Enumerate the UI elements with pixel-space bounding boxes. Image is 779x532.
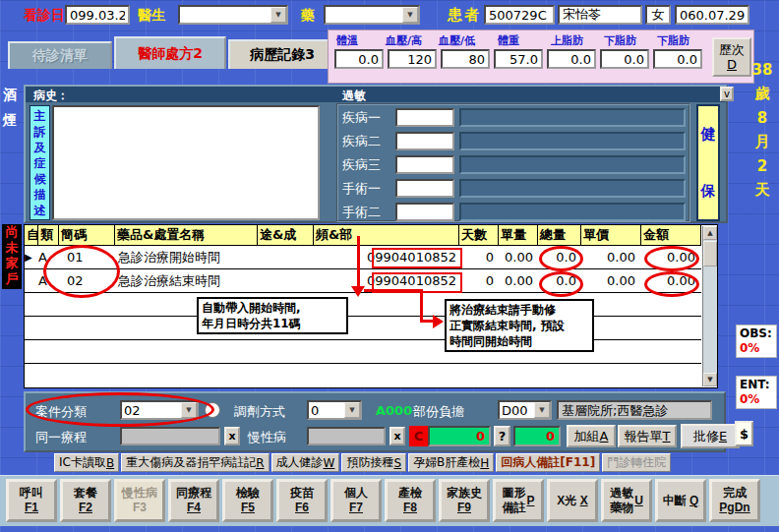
graphic-memo-button-p[interactable]: 圖形備註P	[493, 479, 544, 522]
report-sheet-button[interactable]: 報告單T	[618, 425, 677, 447]
disease1-desc-field[interactable]	[459, 108, 686, 127]
history-records-button[interactable]: 歷次 D	[712, 37, 751, 77]
ic-card-read-link[interactable]: IC卡讀取 B	[54, 453, 119, 472]
disease2-code-input[interactable]	[395, 132, 454, 150]
case-code-value: A000	[376, 403, 412, 418]
interrupt-button-q[interactable]: 中斷 Q	[655, 479, 706, 522]
question-button[interactable]: ?	[494, 426, 510, 446]
drug-combo[interactable]: ▼	[324, 5, 420, 25]
collapse-button[interactable]: v	[720, 87, 734, 101]
scroll-up-icon[interactable]: ▲	[703, 226, 717, 240]
disease3-desc-field[interactable]	[459, 155, 686, 174]
weight-field[interactable]	[494, 49, 543, 69]
dispense-method-input[interactable]	[309, 402, 344, 418]
prenatal-button-f8[interactable]: 產檢F8	[385, 479, 436, 522]
disease1-code-input[interactable]	[395, 108, 454, 127]
drug-label: 藥	[301, 7, 315, 25]
billing-edit-button[interactable]: 批修E	[681, 424, 740, 448]
patient-birthdate-field[interactable]	[675, 5, 749, 25]
dispense-method-combo[interactable]: ▼	[307, 400, 362, 420]
lower-lipid2-field[interactable]	[653, 49, 702, 69]
chief-complaint-textarea[interactable]	[52, 105, 320, 220]
vaccine-button-f6[interactable]: 疫苗F6	[276, 479, 328, 522]
disease2-desc-field[interactable]	[459, 132, 686, 150]
personal-button-f7[interactable]: 個人F7	[330, 479, 382, 522]
xray-button-x[interactable]: X光 X	[547, 479, 598, 522]
vitals-label: 血壓/高	[386, 33, 422, 48]
row-marker-icon: ▶	[25, 246, 38, 268]
order-row-empty[interactable]	[25, 340, 701, 364]
temperature-field[interactable]	[334, 49, 384, 69]
chronic-field[interactable]	[307, 427, 386, 445]
patient-label: 患者	[448, 6, 481, 25]
doctor-combo[interactable]: ▼	[178, 5, 288, 25]
dropdown-arrow-icon[interactable]: ▼	[270, 7, 286, 23]
vaccination-link[interactable]: 預防接種 S	[341, 453, 406, 472]
surgery1-code-input[interactable]	[395, 179, 454, 198]
complete-button-pgdn[interactable]: 完成PgDn	[709, 479, 760, 522]
surgery2-label: 手術二	[342, 204, 395, 221]
patient-name-field[interactable]	[558, 5, 642, 25]
chronic-label: 慢性病	[248, 429, 286, 446]
dropdown-arrow-icon[interactable]: ▼	[402, 7, 418, 23]
annotation-note-start-time: 自動帶入開始時間, 年月日時分共11碼	[197, 297, 348, 334]
patient-id-field[interactable]	[484, 5, 555, 25]
history-button-key: D	[727, 57, 737, 72]
patient-memo-link[interactable]: 回病人備註[F11]	[496, 453, 600, 472]
adult-checkup-link[interactable]: 成人健診 W	[271, 453, 340, 472]
bp-high-field[interactable]	[388, 49, 437, 69]
c-flag-button[interactable]: C	[409, 426, 428, 446]
arrow-right-icon	[433, 315, 444, 328]
vitals-label: 下脂肪	[657, 33, 689, 48]
order-row-1[interactable]: ▶ A 01 急診治療開始時間 09904010852 0 0.00 0.0 0…	[25, 246, 701, 269]
dropdown-arrow-icon[interactable]: ▼	[344, 402, 360, 418]
chronic-clear-button[interactable]: x	[390, 427, 405, 445]
surgery2-code-input[interactable]	[395, 203, 454, 221]
annotation-circle-totalqty-1	[539, 246, 583, 271]
lab-test-button-f5[interactable]: 檢驗F5	[222, 479, 273, 522]
surgery1-desc-field[interactable]	[459, 179, 686, 198]
vitals-label: 體溫	[336, 33, 358, 48]
allergy-row: 手術一	[342, 179, 689, 198]
dollar-button[interactable]: $	[735, 421, 753, 446]
annotation-circle-totalqty-2	[539, 271, 583, 297]
tab-doctor-prescription[interactable]: 醫師處方2	[114, 36, 226, 69]
ent-label: ENT:	[740, 378, 773, 392]
same-course-clear-button[interactable]: x	[224, 427, 240, 445]
alcohol-label: 酒	[3, 87, 17, 104]
surgery2-desc-field[interactable]	[459, 203, 686, 221]
add-group-button[interactable]: 加組A	[567, 425, 616, 447]
disease3-code-input[interactable]	[395, 155, 454, 174]
package-button-f2[interactable]: 套餐F2	[60, 479, 111, 522]
major-illness-note-link[interactable]: 重大傷病及器捐罕病註記 R	[121, 453, 269, 472]
tab-medical-records[interactable]: 病歷記錄3	[228, 39, 336, 69]
allergy-row: 疾病二	[342, 132, 689, 150]
lower-lipid-field[interactable]	[600, 49, 649, 69]
tab-waiting-list[interactable]: 待診清單	[8, 41, 112, 69]
order-row-empty[interactable]	[25, 364, 701, 387]
orders-scrollbar[interactable]: ▲ ▼	[702, 226, 717, 386]
call-button-f1[interactable]: 呼叫F1	[6, 479, 57, 522]
vitals-panel: 體溫 血壓/高 血壓/低 體重 上脂肪 下脂肪 下脂肪 歷次 D	[328, 30, 754, 84]
app-window: 看診日 醫生 ▼ 藥 ▼ 患者 待診清單 醫師處方2 病歷記錄3 體溫 血壓/高…	[0, 0, 779, 532]
doctor-input[interactable]	[180, 7, 270, 23]
scroll-down-icon[interactable]: ▼	[703, 373, 717, 386]
bp-low-field[interactable]	[441, 49, 490, 69]
copay-input[interactable]	[500, 402, 534, 418]
drug-input[interactable]	[326, 7, 402, 23]
dropdown-arrow-icon[interactable]: ▼	[534, 402, 550, 418]
upper-lipid-field[interactable]	[547, 49, 596, 69]
scrollbar-thumb[interactable]	[703, 241, 717, 266]
same-course-field[interactable]	[120, 427, 220, 445]
copay-combo[interactable]: ▼	[498, 400, 552, 420]
patient-gender-field[interactable]	[645, 5, 671, 25]
order-row-empty[interactable]	[25, 317, 701, 340]
maternal-hepb-checkup-link[interactable]: 孕婦B肝產檢 H	[408, 453, 494, 472]
same-course-button-f4[interactable]: 同療程F4	[168, 479, 219, 522]
same-course-label: 同一療程	[35, 429, 87, 446]
allergy-drugs-button-u[interactable]: 過敏藥物U	[601, 479, 652, 522]
visit-date-input[interactable]	[65, 5, 130, 25]
family-history-button-f9[interactable]: 家族史F9	[439, 479, 490, 522]
not-yet-household-flag: 尚 未 家 戶	[2, 224, 22, 289]
dispense-method-label: 調劑方式	[234, 403, 285, 421]
